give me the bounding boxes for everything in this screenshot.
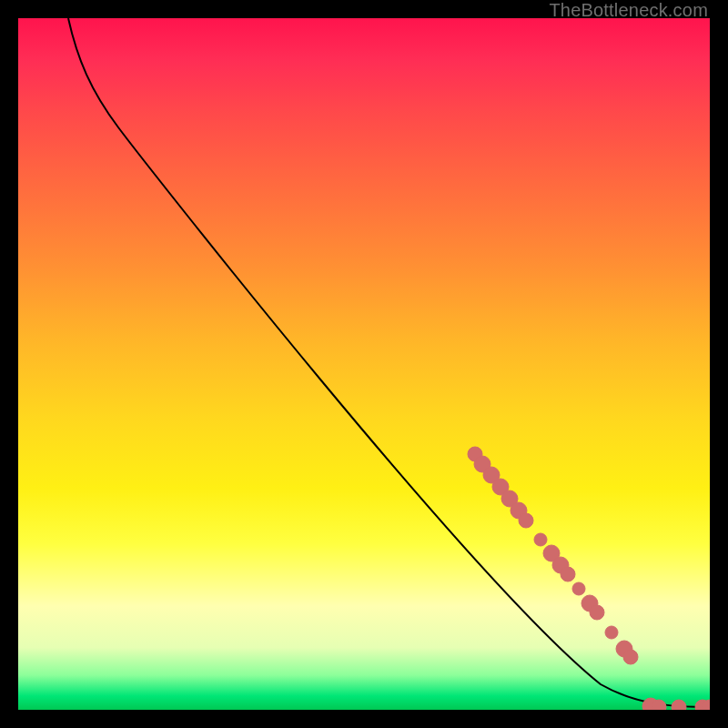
marker-group <box>468 447 710 710</box>
data-marker <box>572 582 585 595</box>
data-marker <box>652 700 666 710</box>
plot-area <box>18 18 710 710</box>
bottleneck-curve <box>68 18 710 707</box>
chart-svg <box>18 18 710 710</box>
data-marker <box>672 700 686 710</box>
data-marker <box>534 533 547 546</box>
data-marker <box>561 567 575 581</box>
chart-frame: TheBottleneck.com <box>0 0 728 728</box>
data-marker <box>623 650 638 664</box>
data-marker <box>590 605 604 620</box>
data-marker <box>605 626 618 639</box>
data-marker <box>519 513 533 528</box>
